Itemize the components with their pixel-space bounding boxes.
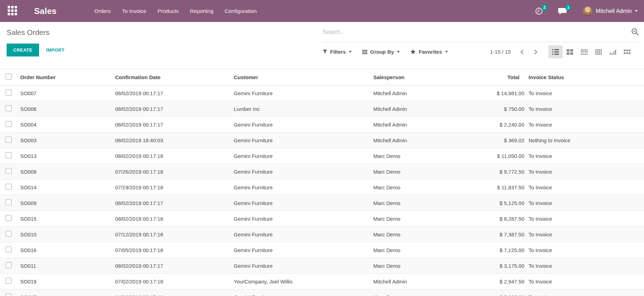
- column-header-customer[interactable]: Customer: [230, 69, 370, 85]
- column-header-confirmation-date[interactable]: Confirmation Date: [112, 69, 230, 85]
- user-name: Mitchell Admin: [596, 8, 632, 14]
- app-menu-item[interactable]: To Invoice: [117, 0, 152, 22]
- table-row[interactable]: SO019 07/02/2019 00:17:18 YourCompany, J…: [0, 274, 644, 289]
- table-row[interactable]: SO007 08/02/2019 00:17:17 Gemini Furnitu…: [0, 85, 644, 101]
- cell-confirmation-date: 08/02/2019 00:17:17: [112, 101, 230, 117]
- app-menu-item[interactable]: Configuration: [219, 0, 262, 22]
- page-title: Sales Orders: [7, 27, 323, 38]
- view-switcher: [548, 45, 634, 58]
- cell-customer: Gemini Furniture: [230, 132, 370, 148]
- messages-menu-button[interactable]: 1: [558, 7, 567, 15]
- activity-menu-button[interactable]: 2: [535, 7, 543, 15]
- cell-invoice-status: To Invoice: [525, 85, 644, 101]
- view-activity-icon[interactable]: [620, 45, 634, 58]
- cell-salesperson: Marc Demo: [370, 289, 471, 296]
- cell-confirmation-date: 07/02/2019 00:17:18: [112, 274, 230, 289]
- table-row[interactable]: SO013 08/02/2019 00:17:18 Gemini Furnitu…: [0, 148, 644, 164]
- cell-invoice-status: To Invoice: [525, 180, 644, 195]
- cell-salesperson: Mitchell Admin: [370, 274, 471, 289]
- group-by-icon: [362, 50, 367, 54]
- view-kanban-icon[interactable]: [563, 45, 577, 58]
- cell-customer: Gemini Furniture: [230, 211, 370, 227]
- cell-confirmation-date: 08/02/2019 00:17:18: [112, 148, 230, 164]
- row-checkbox[interactable]: [6, 184, 12, 190]
- row-checkbox[interactable]: [6, 152, 12, 158]
- row-checkbox[interactable]: [6, 231, 12, 237]
- row-checkbox[interactable]: [6, 294, 12, 296]
- table-row[interactable]: SO008 07/26/2019 00:17:18 Gemini Furnitu…: [0, 164, 644, 180]
- cell-customer: Gemini Furniture: [230, 117, 370, 132]
- column-header-invoice-status[interactable]: Invoice Status: [525, 69, 644, 85]
- row-checkbox[interactable]: [6, 215, 12, 221]
- row-checkbox[interactable]: [6, 105, 12, 111]
- cell-invoice-status: To Invoice: [525, 164, 644, 180]
- favorites-star-icon: [410, 49, 416, 54]
- row-checkbox[interactable]: [6, 90, 12, 96]
- cell-salesperson: Marc Demo: [370, 227, 471, 242]
- table-row[interactable]: SO017 04/08/2019 00:17:18 Gemini Furnitu…: [0, 289, 644, 296]
- cell-confirmation-date: 08/02/2019 18:40:03: [112, 132, 230, 148]
- import-button[interactable]: IMPORT: [46, 47, 65, 53]
- cell-confirmation-date: 08/02/2019 00:17:17: [112, 258, 230, 274]
- column-header-total[interactable]: Total: [471, 69, 525, 85]
- cell-confirmation-date: 08/02/2019 00:17:17: [112, 85, 230, 101]
- table-row[interactable]: SO006 08/02/2019 00:17:17 Lumber Inc Mit…: [0, 101, 644, 117]
- table-row[interactable]: SO009 08/02/2019 00:17:17 Gemini Furnitu…: [0, 195, 644, 211]
- table-row[interactable]: SO003 08/02/2019 18:40:03 Gemini Furnitu…: [0, 132, 644, 148]
- select-all-checkbox[interactable]: [6, 74, 12, 79]
- search-input[interactable]: [323, 29, 630, 35]
- filter-funnel-icon: [323, 50, 327, 54]
- search-icon[interactable]: [630, 28, 641, 36]
- row-checkbox[interactable]: [6, 199, 12, 205]
- table-row[interactable]: SO015 08/02/2019 00:17:18 Gemini Furnitu…: [0, 211, 644, 227]
- table-row[interactable]: SO014 07/19/2019 00:17:18 Gemini Furnitu…: [0, 180, 644, 195]
- table-row[interactable]: SO004 08/02/2019 00:17:17 Gemini Furnitu…: [0, 117, 644, 132]
- app-name[interactable]: Sales: [34, 6, 57, 16]
- view-list-icon[interactable]: [548, 45, 563, 58]
- create-button[interactable]: CREATE: [7, 44, 39, 56]
- cell-confirmation-date: 04/08/2019 00:17:18: [112, 289, 230, 296]
- cell-confirmation-date: 07/19/2019 00:17:18: [112, 180, 230, 195]
- view-graph-icon[interactable]: [606, 45, 620, 58]
- pager-next-icon[interactable]: [533, 49, 538, 55]
- cell-confirmation-date: 08/02/2019 00:17:17: [112, 117, 230, 132]
- search-bar: [323, 22, 641, 42]
- table-row[interactable]: SO016 07/05/2019 00:17:18 Gemini Furnitu…: [0, 242, 644, 258]
- column-header-order-number[interactable]: Order Number: [17, 69, 112, 85]
- table-row[interactable]: SO011 08/02/2019 00:17:17 Gemini Furnitu…: [0, 258, 644, 274]
- app-menu-item[interactable]: Orders: [89, 0, 116, 22]
- row-checkbox[interactable]: [6, 262, 12, 268]
- column-header-salesperson[interactable]: Salesperson: [370, 69, 471, 85]
- app-menu-item[interactable]: Products: [152, 0, 184, 22]
- activity-badge: 2: [541, 4, 548, 10]
- user-avatar: [583, 6, 592, 16]
- table-row[interactable]: SO010 07/12/2019 00:17:18 Gemini Furnitu…: [0, 227, 644, 242]
- cell-total: $ 5,125.00: [471, 195, 525, 211]
- cell-total: $ 2,947.50: [471, 274, 525, 289]
- cell-confirmation-date: 07/26/2019 00:17:18: [112, 164, 230, 180]
- group-by-menu-button[interactable]: Group By: [362, 49, 400, 55]
- favorites-menu-button[interactable]: Favorites: [410, 49, 448, 55]
- cell-salesperson: Marc Demo: [370, 164, 471, 180]
- app-menu: OrdersTo InvoiceProductsReportingConfigu…: [89, 0, 262, 22]
- row-checkbox[interactable]: [6, 121, 12, 127]
- view-pivot-icon[interactable]: [591, 45, 606, 58]
- cell-customer: YourCompany, Joel Willis: [230, 274, 370, 289]
- row-checkbox[interactable]: [6, 137, 12, 143]
- cell-total: $ 8,287.50: [471, 211, 525, 227]
- app-menu-item[interactable]: Reporting: [185, 0, 219, 22]
- view-calendar-icon[interactable]: [577, 45, 591, 58]
- apps-grid-icon[interactable]: [8, 6, 18, 16]
- cell-customer: Gemini Furniture: [230, 164, 370, 180]
- pager: 1-15 / 15: [490, 49, 538, 55]
- filters-label: Filters: [330, 49, 346, 55]
- row-checkbox[interactable]: [6, 278, 12, 284]
- row-checkbox[interactable]: [6, 246, 12, 252]
- cell-confirmation-date: 08/02/2019 00:17:18: [112, 211, 230, 227]
- user-menu-button[interactable]: Mitchell Admin: [583, 6, 638, 16]
- filters-menu-button[interactable]: Filters: [323, 49, 352, 55]
- cell-order-number: SO015: [17, 211, 112, 227]
- pager-prev-icon[interactable]: [520, 49, 524, 55]
- chevron-down-icon: [397, 51, 400, 53]
- row-checkbox[interactable]: [6, 168, 12, 174]
